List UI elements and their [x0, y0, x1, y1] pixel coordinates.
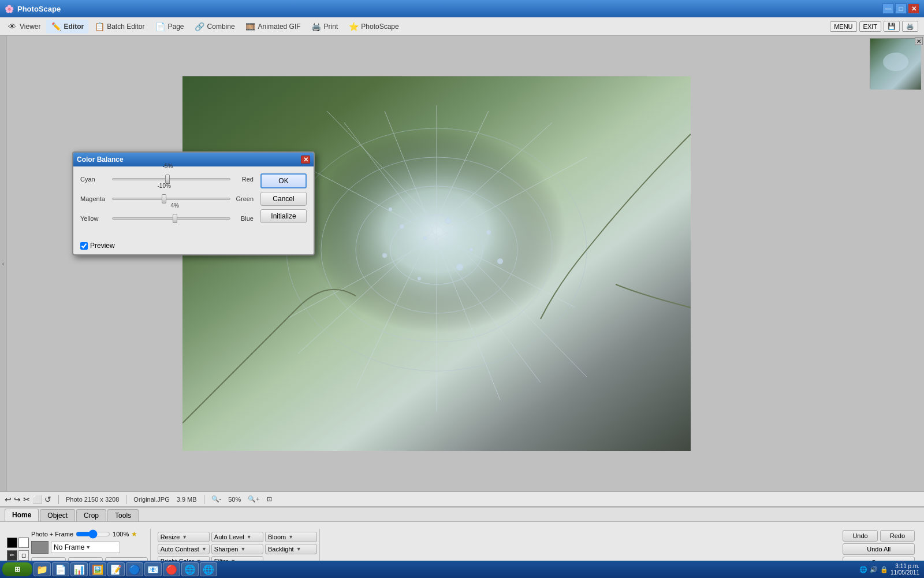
print-icon-button[interactable]: 🖨️ — [902, 21, 918, 32]
crop-icon[interactable]: ✂ — [23, 495, 30, 504]
bloom-dropdown[interactable]: Bloom ▼ — [265, 532, 317, 542]
taskbar-explorer[interactable]: 📁 — [33, 562, 51, 576]
taskbar-clock: 3:11 p.m. 11/05/2011 — [891, 563, 919, 576]
back-icon[interactable]: ↩ — [5, 495, 12, 504]
tab-object[interactable]: Object — [40, 509, 75, 521]
frame-zoom-slider[interactable] — [76, 529, 110, 539]
menu-animated-gif[interactable]: 🎞️ Animated GIF — [241, 20, 305, 34]
menu-print[interactable]: 🖨️ Print — [307, 20, 343, 34]
bloom-arrow: ▼ — [288, 534, 293, 540]
app-icon: 🌸 — [5, 5, 14, 13]
taskbar-excel[interactable]: 📊 — [70, 562, 88, 576]
magenta-value: -10% — [158, 183, 171, 189]
menu-editor[interactable]: ✏️ Editor — [46, 20, 88, 34]
eraser-tool[interactable]: ◻ — [18, 550, 29, 561]
color-balance-preview: Preview — [73, 239, 314, 254]
magenta-thumb[interactable] — [162, 194, 166, 203]
taskbar-app10[interactable]: 🌐 — [200, 562, 217, 576]
svg-point-16 — [445, 218, 451, 224]
canvas-icon[interactable]: ⬜ — [32, 495, 42, 504]
photoscape-icon: ⭐ — [348, 21, 359, 32]
frame-star-icon[interactable]: ★ — [131, 530, 137, 538]
yellow-thumb[interactable] — [173, 214, 177, 223]
auto-contrast-dropdown[interactable]: Auto Contrast ▼ — [158, 544, 210, 554]
status-sep-1 — [58, 495, 59, 504]
red-label: Red — [230, 176, 254, 183]
color-balance-buttons: OK Cancel Initialize — [260, 173, 307, 232]
color-balance-close-button[interactable]: ✕ — [301, 155, 310, 164]
combine-label: Combine — [207, 23, 235, 31]
zoom-in-icon[interactable]: 🔍+ — [248, 495, 259, 503]
undo-redo-row: Undo Redo — [843, 530, 915, 542]
taskbar-app7[interactable]: 📧 — [144, 562, 162, 576]
zoom-out-icon[interactable]: 🔍- — [211, 495, 222, 503]
pencil-tool[interactable]: ✏ — [7, 550, 17, 561]
zoom-level: 50% — [228, 496, 241, 503]
taskbar-security-icon: 🔒 — [880, 566, 888, 573]
yellow-label: Yellow — [80, 215, 112, 222]
refresh-icon[interactable]: ↺ — [44, 495, 51, 504]
frame-dropdown[interactable]: No Frame ▼ — [51, 542, 120, 553]
cb-initialize-button[interactable]: Initialize — [260, 209, 307, 223]
start-button[interactable]: ⊞ — [2, 562, 32, 576]
tab-tools[interactable]: Tools — [107, 509, 139, 521]
svg-point-14 — [400, 224, 404, 229]
taskbar-app6[interactable]: 🔵 — [126, 562, 143, 576]
left-sidebar-toggle[interactable]: ‹ — [0, 36, 7, 491]
resize-dropdown[interactable]: Resize ▼ — [158, 532, 210, 542]
menu-right: MENU EXIT 💾 🖨️ — [830, 21, 922, 32]
undo-button[interactable]: Undo — [843, 530, 877, 542]
minimize-button[interactable]: — — [882, 3, 894, 14]
auto-level-dropdown[interactable]: Auto Level ▼ — [211, 532, 263, 542]
taskbar-app9[interactable]: 🌐 — [181, 562, 199, 576]
editor-icon: ✏️ — [51, 21, 61, 32]
svg-point-21 — [486, 230, 491, 235]
taskbar-word[interactable]: 📄 — [52, 562, 69, 576]
exit-button[interactable]: EXIT — [859, 21, 881, 32]
sharpen-dropdown[interactable]: Sharpen ▼ — [211, 544, 263, 554]
foreground-color-swatch[interactable] — [7, 538, 17, 548]
batch-label: Batch Editor — [107, 23, 144, 31]
tab-crop[interactable]: Crop — [76, 509, 106, 521]
yellow-slider-container[interactable]: 4% — [112, 213, 230, 224]
tab-home[interactable]: Home — [5, 509, 39, 521]
background-color-swatch[interactable] — [18, 538, 29, 548]
cb-ok-button[interactable]: OK — [260, 173, 307, 188]
backlight-dropdown[interactable]: Backlight ▼ — [265, 544, 317, 554]
maximize-button[interactable]: □ — [895, 3, 907, 14]
menu-button[interactable]: MENU — [830, 21, 856, 32]
color-balance-titlebar: Color Balance ✕ — [73, 153, 314, 166]
fit-icon[interactable]: ⊡ — [267, 495, 272, 503]
undo-all-button[interactable]: Undo All — [843, 543, 915, 555]
start-icon: ⊞ — [14, 565, 20, 573]
thumbnail-close-button[interactable]: ✕ — [915, 37, 923, 45]
preview-label: Preview — [90, 242, 115, 250]
title-bar: 🌸 PhotoScape — □ ✕ — [0, 0, 924, 17]
taskbar-app8[interactable]: 🔴 — [163, 562, 180, 576]
editor-label: Editor — [64, 23, 84, 31]
page-label: Page — [168, 23, 184, 31]
photoscape-label: PhotoScape — [361, 23, 398, 31]
taskbar-app4[interactable]: 🖼️ — [89, 562, 106, 576]
menu-batch[interactable]: 📋 Batch Editor — [90, 20, 149, 34]
menu-photoscape[interactable]: ⭐ PhotoScape — [344, 20, 403, 34]
taskbar-network-icon: 🌐 — [859, 566, 867, 573]
forward-icon[interactable]: ↪ — [14, 495, 21, 504]
close-button[interactable]: ✕ — [908, 3, 919, 14]
print-label: Print — [324, 23, 338, 31]
taskbar-app5[interactable]: 📝 — [107, 562, 125, 576]
cb-cancel-button[interactable]: Cancel — [260, 192, 307, 206]
redo-button[interactable]: Redo — [880, 530, 915, 542]
status-sep-3 — [204, 495, 204, 504]
svg-point-17 — [470, 248, 473, 251]
photo-area — [7, 36, 866, 491]
photo-canvas — [182, 76, 691, 451]
cyan-slider-container[interactable]: -5% — [112, 173, 230, 185]
menu-combine[interactable]: 🔗 Combine — [190, 20, 240, 34]
preview-checkbox[interactable] — [80, 242, 88, 250]
menu-viewer[interactable]: 👁 Viewer — [2, 20, 45, 34]
page-icon: 📄 — [155, 21, 166, 32]
save-icon-button[interactable]: 💾 — [884, 21, 900, 32]
menu-page[interactable]: 📄 Page — [151, 20, 189, 34]
color-swatches-col: ✏ ◻ — [7, 538, 29, 561]
